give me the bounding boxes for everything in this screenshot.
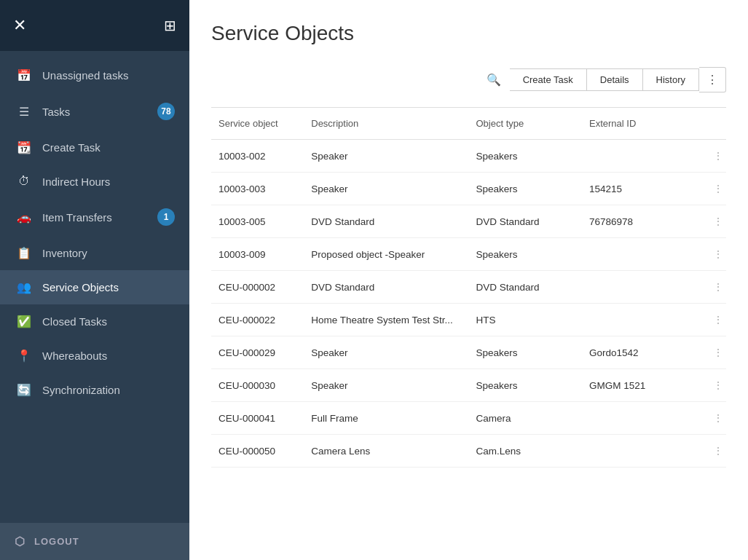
cell-object_type: Cam.Lens	[468, 435, 582, 468]
cell-service_object: 10003-005	[211, 205, 304, 238]
row-more-button[interactable]: ⋮	[696, 238, 726, 271]
whereabouts-icon: 📍	[15, 349, 34, 363]
cell-object_type: Speakers	[468, 173, 582, 205]
cell-service_object: 10003-003	[211, 173, 304, 205]
table-row[interactable]: CEU-000030SpeakerSpeakersGMGM 1521⋮	[211, 369, 726, 402]
cell-service_object: CEU-000030	[211, 369, 304, 402]
sidebar-item-label-create-task: Create Task	[42, 141, 101, 154]
badge-tasks: 78	[157, 103, 175, 120]
cell-description: DVD Standard	[304, 205, 468, 238]
cell-object_type: Speakers	[468, 369, 582, 402]
cell-object_type: Speakers	[468, 336, 582, 369]
table-row[interactable]: 10003-005DVD StandardDVD Standard7678697…	[211, 205, 726, 238]
logout-button[interactable]: ⬡ LOGOUT	[0, 523, 189, 560]
row-more-button[interactable]: ⋮	[696, 435, 726, 468]
row-more-button[interactable]: ⋮	[696, 205, 726, 238]
cell-service_object: CEU-000002	[211, 271, 304, 304]
cell-description: Speaker	[304, 369, 468, 402]
row-more-button[interactable]: ⋮	[696, 336, 726, 369]
create-task-button[interactable]: Create Task	[510, 68, 587, 91]
sidebar-item-label-synchronization: Synchronization	[42, 384, 120, 396]
row-more-button[interactable]: ⋮	[696, 304, 726, 336]
row-more-button[interactable]: ⋮	[696, 271, 726, 304]
cell-object_type: Speakers	[468, 140, 582, 173]
sidebar-item-indirect-hours[interactable]: ⏱Indirect Hours	[0, 165, 189, 198]
cell-service_object: CEU-000041	[211, 402, 304, 435]
sidebar-item-label-closed-tasks: Closed Tasks	[42, 315, 107, 328]
indirect-hours-icon: ⏱	[15, 175, 34, 188]
cell-description: Home Theatre System Test Str...	[304, 304, 468, 336]
badge-item-transfers: 1	[157, 208, 175, 226]
sidebar: ✕ ⊞ 📅Unassigned tasks☰Tasks78📆Create Tas…	[0, 0, 189, 560]
sidebar-item-label-service-objects: Service Objects	[42, 281, 119, 293]
search-button[interactable]: 🔍	[478, 68, 510, 92]
sidebar-item-service-objects[interactable]: 👥Service Objects	[0, 270, 189, 304]
closed-tasks-icon: ✅	[15, 315, 34, 328]
sidebar-item-synchronization[interactable]: 🔄Synchronization	[0, 373, 189, 407]
cell-external_id: 154215	[582, 173, 696, 205]
cell-external_id: 76786978	[582, 205, 696, 238]
sidebar-item-label-inventory: Inventory	[42, 247, 87, 259]
row-more-button[interactable]: ⋮	[696, 140, 726, 173]
row-more-button[interactable]: ⋮	[696, 173, 726, 205]
cell-object_type: DVD Standard	[468, 271, 582, 304]
cell-external_id	[582, 435, 696, 468]
sidebar-item-unassigned-tasks[interactable]: 📅Unassigned tasks	[0, 58, 189, 92]
item-transfers-icon: 🚗	[15, 210, 34, 224]
details-button[interactable]: Details	[587, 68, 643, 91]
table-row[interactable]: CEU-000050Camera LensCam.Lens⋮	[211, 435, 726, 468]
cell-service_object: CEU-000029	[211, 336, 304, 369]
sidebar-item-tasks[interactable]: ☰Tasks78	[0, 92, 189, 130]
col-header-object-type: Object type	[468, 108, 582, 140]
cell-description: Camera Lens	[304, 435, 468, 468]
logout-label: LOGOUT	[34, 536, 79, 547]
table-row[interactable]: CEU-000022Home Theatre System Test Str..…	[211, 304, 726, 336]
sidebar-item-create-task[interactable]: 📆Create Task	[0, 130, 189, 165]
row-more-button[interactable]: ⋮	[696, 369, 726, 402]
table-row[interactable]: 10003-002SpeakerSpeakers⋮	[211, 140, 726, 173]
main-content: Service Objects 🔍 Create Task Details Hi…	[189, 0, 748, 560]
cell-service_object: 10003-002	[211, 140, 304, 173]
cell-external_id: GMGM 1521	[582, 369, 696, 402]
table-row[interactable]: CEU-000029SpeakerSpeakersGordo1542⋮	[211, 336, 726, 369]
sidebar-item-inventory[interactable]: 📋Inventory	[0, 236, 189, 270]
table-container: Service object Description Object type E…	[211, 108, 726, 560]
cell-service_object: CEU-000022	[211, 304, 304, 336]
table-header-row: Service object Description Object type E…	[211, 108, 726, 140]
table-row[interactable]: 10003-009Proposed object -SpeakerSpeaker…	[211, 238, 726, 271]
cell-description: DVD Standard	[304, 271, 468, 304]
sidebar-item-item-transfers[interactable]: 🚗Item Transfers1	[0, 198, 189, 236]
sidebar-item-label-item-transfers: Item Transfers	[42, 211, 112, 224]
table-row[interactable]: CEU-000002DVD StandardDVD Standard⋮	[211, 271, 726, 304]
cell-object_type: DVD Standard	[468, 205, 582, 238]
cell-external_id	[582, 402, 696, 435]
unassigned-tasks-icon: 📅	[15, 68, 34, 82]
logout-icon: ⬡	[15, 535, 25, 548]
col-header-external-id: External ID	[582, 108, 696, 140]
sidebar-item-label-indirect-hours: Indirect Hours	[42, 176, 110, 188]
col-header-description: Description	[304, 108, 468, 140]
row-more-button[interactable]: ⋮	[696, 402, 726, 435]
grid-icon[interactable]: ⊞	[164, 18, 176, 33]
cell-external_id	[582, 304, 696, 336]
create-task-icon: 📆	[15, 141, 34, 154]
sidebar-item-whereabouts[interactable]: 📍Whereabouts	[0, 339, 189, 373]
service-objects-table: Service object Description Object type E…	[211, 108, 726, 468]
history-button[interactable]: History	[643, 68, 699, 91]
table-row[interactable]: CEU-000041Full FrameCamera⋮	[211, 402, 726, 435]
inventory-icon: 📋	[15, 246, 34, 260]
synchronization-icon: 🔄	[15, 383, 34, 397]
cell-service_object: 10003-009	[211, 238, 304, 271]
more-options-button[interactable]: ⋮	[699, 67, 726, 92]
sidebar-header: ✕ ⊞	[0, 0, 189, 51]
sidebar-item-label-unassigned-tasks: Unassigned tasks	[42, 69, 128, 82]
close-icon[interactable]: ✕	[13, 17, 26, 33]
table-row[interactable]: 10003-003SpeakerSpeakers154215⋮	[211, 173, 726, 205]
sidebar-item-closed-tasks[interactable]: ✅Closed Tasks	[0, 304, 189, 339]
sidebar-item-label-tasks: Tasks	[42, 106, 70, 118]
cell-external_id: Gordo1542	[582, 336, 696, 369]
col-header-service-object: Service object	[211, 108, 304, 140]
cell-object_type: HTS	[468, 304, 582, 336]
cell-description: Speaker	[304, 140, 468, 173]
service-objects-icon: 👥	[15, 280, 34, 294]
